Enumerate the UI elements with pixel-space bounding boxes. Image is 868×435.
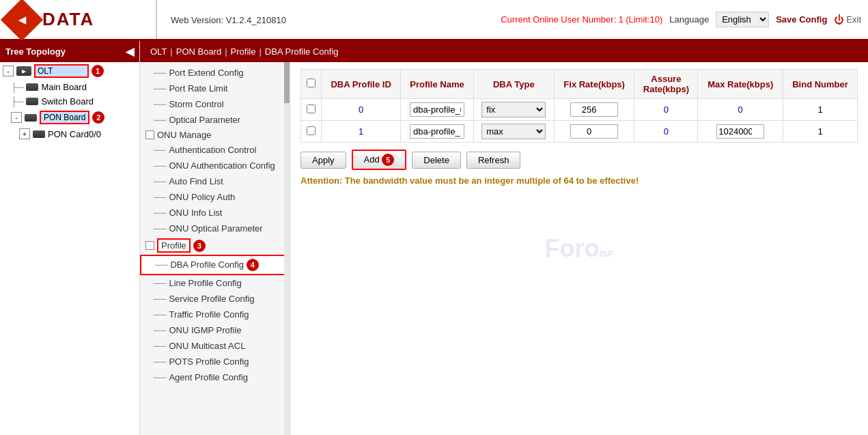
breadcrumb-profile[interactable]: Profile [231, 46, 256, 57]
row-0-checkbox[interactable] [307, 104, 316, 113]
nav-section-onu-manage[interactable]: ONU Manage [140, 128, 290, 142]
nav-onu-multicast-acl[interactable]: ──ONU Multicast ACL [140, 338, 290, 354]
nav-line-profile-config[interactable]: ──Line Profile Config [140, 275, 290, 291]
power-icon: ⏻ [834, 14, 844, 25]
row-1-fix-rate[interactable] [570, 124, 618, 139]
row-1-profile-name[interactable] [410, 124, 464, 139]
row-0-max-rate[interactable]: 0 [738, 104, 743, 115]
nav-storm-control[interactable]: ──Storm Control [140, 96, 290, 112]
switch-board-label: Switch Board [41, 96, 94, 107]
delete-button[interactable]: Delete [412, 152, 461, 169]
logo-icon: ◀ [1, 0, 43, 41]
row-1-dba-type[interactable]: fix max assure assure-max [481, 124, 546, 139]
row-0-dba-type[interactable]: fix max assure assure-max [481, 102, 546, 117]
col-max-rate: Max Rate(kbps) [698, 70, 783, 99]
row-1-id[interactable]: 1 [359, 126, 363, 137]
save-config-link[interactable]: Save Config [776, 14, 827, 25]
apply-button[interactable]: Apply [300, 152, 346, 169]
tree-expand-olt[interactable]: - [3, 66, 14, 76]
nav-optical-parameter[interactable]: ──Optical Parameter [140, 112, 290, 128]
table-area: ForoISP DBA Profile ID Profile Name DBA … [290, 62, 868, 435]
nav-onu-igmp-profile[interactable]: ──ONU IGMP Profile [140, 322, 290, 338]
olt-input[interactable] [34, 64, 89, 78]
nav-traffic-profile-config[interactable]: ──Traffic Profile Config [140, 307, 290, 322]
sidebar-collapse-icon[interactable]: ◀ [126, 45, 134, 58]
row-0-profile-name[interactable] [410, 102, 464, 117]
row-0-assure-rate[interactable]: 0 [664, 104, 669, 115]
col-profile-name: Profile Name [401, 70, 473, 99]
badge-4: 4 [247, 259, 259, 271]
sidebar-title: Tree Topology [5, 46, 66, 57]
header: ◀ DATA Web Version: V1.2.4_210810 Curren… [0, 0, 868, 41]
logo-area: ◀ DATA [7, 0, 157, 39]
tree-expand-poncard[interactable]: + [19, 128, 30, 139]
nav-port-rate-limit[interactable]: ──Port Rate Limit [140, 81, 290, 96]
pon-board-label: PON Board [40, 111, 89, 124]
badge-3: 3 [193, 240, 206, 252]
nav-authentication-control[interactable]: ──Authentication Control [140, 142, 290, 158]
row-0-id[interactable]: 0 [359, 104, 363, 115]
main-layout: Tree Topology ◀ - ▶ 1 ├─ Main Board ├─ S… [0, 41, 868, 435]
nav-onu-optical-parameter[interactable]: ──ONU Optical Parameter [140, 221, 290, 236]
watermark: ForoISP [545, 234, 614, 263]
action-bar: Apply Add 5 Delete Refresh [300, 150, 858, 170]
nav-section-profile[interactable]: Profile 3 [140, 236, 290, 255]
tree-item-olt[interactable]: - ▶ 1 [0, 62, 139, 80]
add-button[interactable]: Add 5 [352, 150, 407, 170]
tree-expand-pon[interactable]: - [11, 112, 22, 123]
tree-item-pon-board[interactable]: - PON Board 2 [0, 109, 139, 126]
pon-board-icon [25, 114, 37, 122]
row-1-max-rate[interactable] [716, 124, 764, 139]
online-info: Current Online User Number: 1 (Limit:10) [501, 14, 662, 25]
onu-manage-label: ONU Manage [157, 130, 211, 140]
main-board-label: Main Board [41, 82, 86, 92]
content-area: OLT | PON Board | Profile | DBA Profile … [140, 41, 868, 435]
nav-onu-policy-auth[interactable]: ──ONU Policy Auth [140, 189, 290, 205]
badge-2: 2 [92, 111, 104, 124]
nav-pots-profile-config[interactable]: ──POTS Profile Config [140, 354, 290, 369]
sidebar: Tree Topology ◀ - ▶ 1 ├─ Main Board ├─ S… [0, 41, 140, 435]
breadcrumb-pon-board[interactable]: PON Board [176, 46, 221, 57]
select-all-checkbox[interactable] [307, 79, 316, 87]
left-nav: ──Port Extend Config ──Port Rate Limit ─… [140, 62, 290, 435]
pon-card-label: PON Card0/0 [48, 129, 101, 139]
profile-checkbox[interactable] [145, 241, 154, 250]
breadcrumb-dba-profile-config[interactable]: DBA Profile Config [265, 46, 339, 57]
row-0-fix-rate[interactable] [570, 102, 618, 117]
nav-service-profile-config[interactable]: ──Service Profile Config [140, 291, 290, 307]
badge-5: 5 [382, 154, 394, 166]
scrollbar-track[interactable] [284, 62, 290, 435]
breadcrumb-olt[interactable]: OLT [150, 46, 167, 57]
table-row: 1 fix max assure assure-max [301, 121, 858, 143]
tree-item-pon-card[interactable]: + PON Card0/0 [0, 126, 139, 141]
col-assure-rate: AssureRate(kbps) [634, 70, 698, 99]
logo-text: DATA [42, 9, 94, 30]
breadcrumb: OLT | PON Board | Profile | DBA Profile … [140, 41, 868, 62]
attention-message: Attention: The bandwidth value must be a… [300, 176, 858, 186]
col-fix-rate: Fix Rate(kbps) [554, 70, 634, 99]
web-version: Web Version: V1.2.4_210810 [157, 14, 501, 25]
tree-item-switch-board[interactable]: ├─ Switch Board [0, 94, 139, 109]
row-1-assure-rate[interactable]: 0 [664, 126, 669, 137]
exit-button[interactable]: ⏻ Exit [834, 14, 861, 25]
col-dba-type: DBA Type [473, 70, 554, 99]
attention-prefix: Attention: [300, 176, 342, 186]
header-right: Current Online User Number: 1 (Limit:10)… [501, 12, 861, 27]
profile-label: Profile [157, 238, 191, 253]
scrollbar-thumb[interactable] [284, 62, 290, 103]
nav-port-extend-config[interactable]: ──Port Extend Config [140, 65, 290, 81]
refresh-button[interactable]: Refresh [466, 152, 521, 169]
nav-dba-profile-config[interactable]: ──DBA Profile Config 4 [140, 255, 290, 275]
col-dba-profile-id: DBA Profile ID [322, 70, 401, 99]
nav-auto-find-list[interactable]: ──Auto Find List [140, 173, 290, 189]
onu-manage-checkbox[interactable] [145, 130, 154, 139]
row-1-checkbox[interactable] [307, 126, 316, 135]
nav-onu-info-list[interactable]: ──ONU Info List [140, 205, 290, 221]
nav-onu-auth-config[interactable]: ──ONU Authentication Config [140, 158, 290, 173]
col-bind-number: Bind Number [783, 70, 858, 99]
tree-item-main-board[interactable]: ├─ Main Board [0, 80, 139, 94]
nav-agent-profile-config[interactable]: ──Agent Profile Config [140, 369, 290, 385]
language-select[interactable]: English Chinese [716, 12, 769, 27]
olt-device-icon: ▶ [16, 66, 31, 76]
row-0-bind-number: 1 [783, 99, 858, 121]
